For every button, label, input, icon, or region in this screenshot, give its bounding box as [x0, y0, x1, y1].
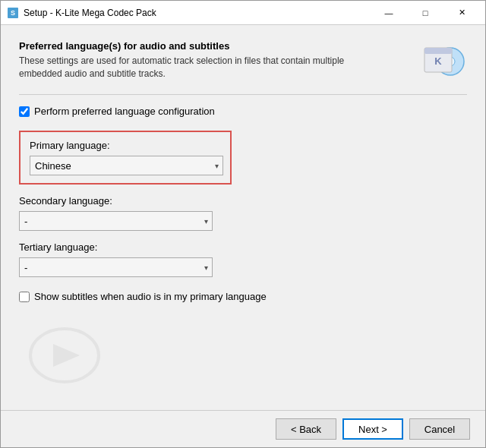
- footer: < Back Next > Cancel: [1, 410, 485, 447]
- tertiary-language-select-wrapper: - English French German Japanese Spanish…: [19, 257, 213, 277]
- cancel-button[interactable]: Cancel: [409, 418, 470, 440]
- subtitle-checkbox[interactable]: [19, 292, 30, 302]
- tertiary-language-select[interactable]: - English French German Japanese Spanish: [19, 257, 213, 277]
- primary-language-section: Primary language: Chinese English French…: [19, 131, 232, 185]
- svg-marker-9: [53, 344, 80, 367]
- primary-language-select-wrapper: Chinese English French German Japanese S…: [30, 156, 223, 175]
- back-button[interactable]: < Back: [276, 418, 336, 440]
- primary-language-select[interactable]: Chinese English French German Japanese S…: [30, 156, 223, 175]
- minimize-button[interactable]: —: [371, 2, 406, 24]
- titlebar-buttons: — □ ✕: [371, 2, 479, 24]
- subtitle-checkbox-label[interactable]: Show subtitles when audio is in my prima…: [34, 291, 267, 302]
- titlebar: S Setup - K-Lite Mega Codec Pack — □ ✕: [1, 1, 485, 25]
- titlebar-title: Setup - K-Lite Mega Codec Pack: [24, 8, 367, 18]
- header-icon: K: [421, 40, 467, 82]
- perform-config-label[interactable]: Perform preferred language configuration: [34, 106, 215, 117]
- maximize-button[interactable]: □: [408, 2, 443, 24]
- perform-config-row: Perform preferred language configuration: [19, 106, 467, 117]
- titlebar-icon: S: [7, 7, 19, 19]
- tertiary-language-label: Tertiary language:: [19, 241, 467, 253]
- perform-config-checkbox[interactable]: [19, 106, 30, 117]
- close-button[interactable]: ✕: [444, 2, 479, 24]
- watermark-area: [19, 317, 467, 401]
- secondary-language-section: Secondary language: - English French Ger…: [19, 195, 467, 231]
- header-section: Preferred language(s) for audio and subt…: [19, 40, 467, 82]
- section-divider: [19, 94, 467, 95]
- setup-window: S Setup - K-Lite Mega Codec Pack — □ ✕ P…: [0, 0, 486, 448]
- tertiary-language-section: Tertiary language: - English French Germ…: [19, 241, 467, 277]
- secondary-language-select-wrapper: - English French German Japanese Spanish…: [19, 211, 213, 231]
- secondary-language-label: Secondary language:: [19, 195, 467, 207]
- svg-text:K: K: [434, 55, 442, 67]
- svg-text:S: S: [11, 9, 15, 17]
- subtitle-checkbox-row: Show subtitles when audio is in my prima…: [19, 291, 467, 302]
- header-text: Preferred language(s) for audio and subt…: [19, 40, 414, 80]
- header-description: These settings are used for automatic tr…: [19, 55, 383, 80]
- svg-rect-6: [424, 48, 452, 54]
- content-area: Preferred language(s) for audio and subt…: [1, 25, 485, 410]
- secondary-language-select[interactable]: - English French German Japanese Spanish: [19, 211, 213, 231]
- header-title: Preferred language(s) for audio and subt…: [19, 40, 414, 52]
- primary-language-label: Primary language:: [30, 140, 221, 151]
- next-button[interactable]: Next >: [342, 418, 403, 440]
- watermark-logo: [27, 325, 103, 386]
